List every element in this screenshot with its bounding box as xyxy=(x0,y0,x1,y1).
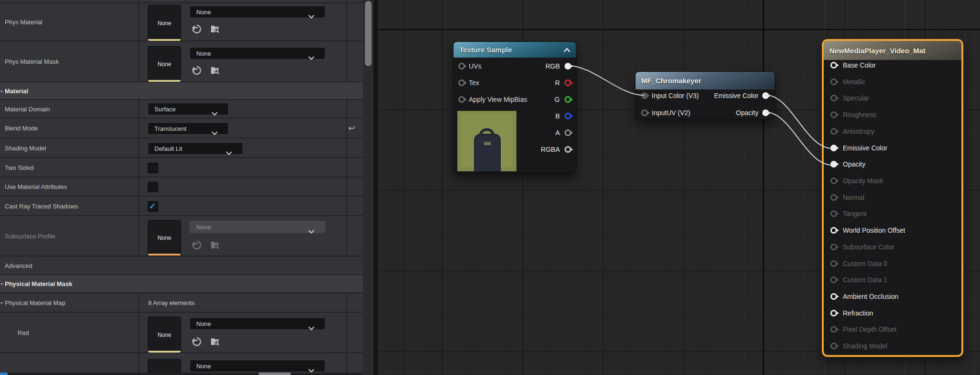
input-pin-metallic[interactable] xyxy=(830,79,837,85)
column-divider xyxy=(346,118,347,138)
input-pin-subsurface-color[interactable] xyxy=(830,244,837,250)
output-pin-rgb[interactable] xyxy=(565,63,571,69)
use-selected-asset-icon[interactable] xyxy=(192,240,202,250)
input-pin-pixel-depth-offset[interactable] xyxy=(830,326,837,333)
pin-label: Custom Data 1 xyxy=(843,276,887,284)
pin-label: Shading Model xyxy=(843,342,887,350)
input-pin-refraction[interactable] xyxy=(830,310,837,316)
input-pin-emissive-color[interactable] xyxy=(830,145,837,151)
node-mf-chromakeyer-header[interactable]: MF_Chromakeyer xyxy=(636,72,775,89)
pin-label: Ambient Occlusion xyxy=(843,293,899,300)
input-pin-ambient-occlusion[interactable] xyxy=(830,293,837,300)
details-panel: Phys MaterialNoneNonePhys Material MaskN… xyxy=(0,0,363,375)
node-mf-chromakeyer[interactable]: MF_Chromakeyer Input Color (V3) Emissive… xyxy=(635,71,775,120)
details-horizontal-scrollbar-thumb[interactable] xyxy=(259,373,291,375)
node-newmediaplayer-video-mat[interactable]: NewMediaPlayer_Video_Mat Base ColorMetal… xyxy=(822,39,963,357)
section-caret-icon[interactable]: ▾ xyxy=(0,300,3,305)
browse-to-asset-icon[interactable] xyxy=(210,240,220,250)
row-physical-material-mask: Physical Material Mask▾ xyxy=(0,275,363,293)
input-pin-opacity-mask[interactable] xyxy=(830,178,837,184)
output-pin-opacity[interactable] xyxy=(762,109,769,116)
column-divider xyxy=(138,118,139,138)
label-shading-model: Shading Model xyxy=(5,144,46,151)
input-pin-inputuv[interactable] xyxy=(641,109,648,116)
input-pin-anisotropy[interactable] xyxy=(830,128,837,135)
asset-thumbnail-subsurface-profile[interactable]: None xyxy=(148,220,181,256)
output-pin-r[interactable] xyxy=(565,79,571,86)
input-pin-custom-data-0[interactable] xyxy=(830,260,837,267)
output-pin-emissive-color[interactable] xyxy=(762,92,769,99)
row-blend-mode: Blend ModeTranslucent↩ xyxy=(0,118,363,138)
input-pin-specular[interactable] xyxy=(830,95,837,101)
browse-to-asset-icon[interactable] xyxy=(210,24,220,34)
input-pin-tangent[interactable] xyxy=(830,210,837,217)
asset-dropdown-phys-material[interactable]: None xyxy=(190,6,325,18)
chromakeyer-row-1: Input Color (V3) Emissive Color xyxy=(636,91,775,100)
asset-dropdown-phys-material-mask[interactable]: None xyxy=(190,47,325,59)
mat-pin-row-normal: Normal xyxy=(824,193,961,202)
use-selected-asset-icon[interactable] xyxy=(192,24,202,34)
input-pin-world-position-offset[interactable] xyxy=(830,227,837,234)
input-pin-custom-data-1[interactable] xyxy=(830,276,837,283)
dropdown-shading-model[interactable]: Default Lit xyxy=(148,142,243,155)
material-graph-canvas[interactable]: Texture Sample UVsTexApply View MipBiasR… xyxy=(378,0,980,375)
pin-label: Specular xyxy=(843,94,869,102)
asset-thumbnail-phys-material[interactable]: None xyxy=(148,5,181,41)
details-vertical-scrollbar-thumb[interactable] xyxy=(365,1,372,66)
thumbnail-underline xyxy=(148,80,181,82)
output-pin-g[interactable] xyxy=(565,96,571,103)
asset-thumbnail-phys-material-mask[interactable]: None xyxy=(148,46,181,82)
details-vertical-scrollbar[interactable] xyxy=(363,0,374,375)
mat-pin-row-ambient-occlusion: Ambient Occlusion xyxy=(824,292,961,301)
row-shading-model: Shading ModelDefault Lit xyxy=(0,138,363,158)
asset-thumbnail-red[interactable]: None xyxy=(148,316,181,353)
output-pin-rgba[interactable] xyxy=(565,146,571,153)
checkbox-two-sided[interactable] xyxy=(148,163,158,173)
pin-label: Custom Data 0 xyxy=(843,260,887,267)
browse-to-asset-icon[interactable] xyxy=(210,336,220,347)
node-newmediaplayer-video-mat-header[interactable]: NewMediaPlayer_Video_Mat xyxy=(824,41,961,60)
column-divider xyxy=(138,353,139,374)
input-pin-opacity[interactable] xyxy=(830,161,837,168)
checkbox-cast-ray-traced-shadows[interactable]: ✓ xyxy=(148,201,158,212)
output-pin-b[interactable] xyxy=(565,113,571,119)
input-pin-input-color[interactable] xyxy=(641,92,648,99)
column-divider xyxy=(346,41,347,81)
thumbnail-underline xyxy=(148,39,181,41)
dropdown-blend-mode[interactable]: Translucent xyxy=(148,122,229,135)
ts-output-g: G xyxy=(454,95,576,104)
asset-dropdown-red[interactable]: None xyxy=(190,317,325,330)
output-pin-a[interactable] xyxy=(565,129,571,136)
collapse-chevron-icon[interactable] xyxy=(564,46,570,54)
input-pin-roughness[interactable] xyxy=(830,111,837,118)
label-physical-material-mask: Physical Material Mask xyxy=(5,280,72,287)
panel-splitter[interactable] xyxy=(374,0,378,375)
pin-label: RGBA xyxy=(541,146,560,153)
use-selected-asset-icon[interactable] xyxy=(192,336,202,347)
label-use-material-attributes: Use Material Attributes xyxy=(5,183,67,190)
input-pin-shading-model[interactable] xyxy=(830,343,837,349)
details-horizontal-scrollbar[interactable] xyxy=(0,373,363,375)
label-cast-ray-traced-shadows: Cast Ray Traced Shadows xyxy=(5,202,78,209)
section-caret-icon[interactable]: ▾ xyxy=(0,88,3,93)
asset-dropdown-subsurface-profile[interactable]: None xyxy=(190,221,325,233)
dropdown-value: None xyxy=(196,50,211,57)
input-pin-base-color[interactable] xyxy=(830,62,837,69)
reset-to-default-icon[interactable]: ↩ xyxy=(348,123,355,133)
pin-label: Metallic xyxy=(843,78,865,86)
checkbox-use-material-attributes[interactable] xyxy=(148,182,158,192)
dropdown-value: None xyxy=(196,224,211,231)
use-selected-asset-icon[interactable] xyxy=(192,65,202,76)
input-pin-normal[interactable] xyxy=(830,194,837,201)
section-caret-icon[interactable]: ▾ xyxy=(0,281,3,286)
mat-pin-row-base-color: Base Color xyxy=(824,60,961,70)
dropdown-material-domain[interactable]: Surface xyxy=(148,103,229,115)
label-blend-mode: Blend Mode xyxy=(5,125,38,132)
pin-label: Normal xyxy=(843,194,864,201)
node-texture-sample[interactable]: Texture Sample UVsTexApply View MipBiasR… xyxy=(453,41,576,173)
node-texture-sample-header[interactable]: Texture Sample xyxy=(454,42,576,58)
label-phys-material-mask: Phys Material Mask xyxy=(5,58,59,65)
browse-to-asset-icon[interactable] xyxy=(210,65,220,76)
asset-dropdown-asset-partial[interactable]: None xyxy=(190,360,325,372)
column-divider xyxy=(346,100,347,118)
